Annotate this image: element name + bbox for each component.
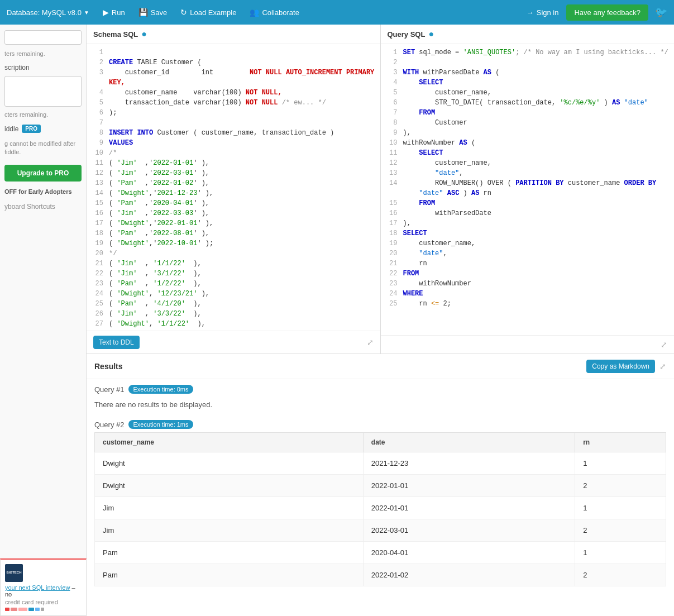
table-cell: 1 [575, 542, 666, 564]
feedback-button[interactable]: Have any feedback? [566, 4, 648, 21]
ad-bar-2 [11, 608, 17, 611]
line-content: ( 'Dwight','2021-12-23' ), [109, 188, 213, 198]
line-number: 12 [385, 158, 398, 168]
line-number: 21 [91, 259, 103, 269]
table-cell: 2 [575, 564, 666, 586]
line-number: 18 [91, 228, 103, 238]
code-line: 16( 'Jim' ,'2022-03-03' ), [87, 208, 380, 218]
description-input[interactable] [4, 76, 82, 107]
line-number: 16 [91, 208, 103, 218]
table-header: rn [575, 433, 666, 452]
code-line: 6); [87, 108, 380, 118]
code-line: 9), [381, 128, 675, 138]
code-line: 14 ROW_NUMBER() OVER ( PARTITION BY cust… [381, 178, 675, 188]
line-content: ( 'Dwight', '12/23/21' ), [109, 289, 209, 299]
upgrade-button[interactable]: Upgrade to PRO [4, 165, 82, 182]
keyboard-shortcuts-link[interactable]: yboard Shortcuts [4, 203, 82, 211]
code-line: 23( 'Pam' , '1/2/22' ), [87, 279, 380, 289]
line-number: 1 [91, 47, 103, 58]
code-line: 20*/ [87, 249, 380, 259]
table-cell: Jim [95, 519, 364, 542]
query-dot: ● [428, 29, 434, 39]
results-expand-icon[interactable]: ⤢ [659, 362, 666, 371]
code-line: 3WITH withParsedDate AS ( [381, 68, 675, 78]
query2-block: Query #2 Execution time: 1ms customer_na… [87, 414, 674, 586]
code-line: 14( 'Dwight','2021-12-23' ), [87, 188, 380, 198]
ad-link[interactable]: your next SQL interview [5, 584, 70, 591]
ad-text[interactable]: your next SQL interview – no [5, 584, 82, 598]
code-line: 1 [87, 47, 380, 58]
text-to-ddl-button[interactable]: Text to DDL [93, 336, 140, 349]
line-number: 7 [385, 108, 398, 118]
schema-footer: Text to DDL ⤢ [87, 331, 380, 354]
load-example-button[interactable]: ↻ Load Example [175, 4, 242, 20]
line-number: 9 [385, 128, 398, 138]
schema-panel: Schema SQL ● 12CREATE TABLE Customer (3 … [87, 25, 381, 354]
table-cell: 2022-03-01 [363, 519, 575, 542]
code-line: 27( 'Dwight', '1/1/22' ), [87, 319, 380, 329]
query-editor[interactable]: 1SET sql_mode = 'ANSI_QUOTES'; /* No way… [381, 44, 675, 335]
code-line: 10withRowNumber AS ( [381, 138, 675, 148]
results-header: Results Copy as Markdown ⤢ [87, 354, 674, 379]
line-content: rn [403, 259, 427, 269]
save-button[interactable]: 💾 Save [133, 4, 173, 20]
line-content: ), [403, 218, 411, 228]
line-content: Customer [403, 118, 467, 128]
collaborate-button[interactable]: 👥 Collaborate [244, 4, 305, 20]
code-line: 23 withRowNumber [381, 279, 675, 289]
code-line: 18( 'Pam' ,'2022-08-01' ), [87, 228, 380, 238]
load-icon: ↻ [180, 8, 187, 17]
run-button[interactable]: ▶ Run [97, 4, 131, 20]
query1-label: Query #1 Execution time: 0ms [94, 385, 666, 394]
results-header-right: Copy as Markdown ⤢ [586, 360, 666, 373]
line-number: 16 [385, 208, 398, 218]
table-cell: 2022-01-01 [363, 497, 575, 519]
ad-logo-row: BIGTECH [5, 564, 82, 582]
line-content: customer_name varchar(100) NOT NULL, [109, 88, 282, 98]
line-content: INSERT INTO Customer ( customer_name, tr… [109, 128, 334, 138]
sign-in-button[interactable]: → Sign in [521, 5, 565, 20]
line-content: withRowNumber AS ( [403, 138, 476, 148]
line-content: "date" ASC ) AS rn [403, 188, 491, 198]
line-content: WITH withParsedDate AS ( [403, 68, 500, 78]
title-input[interactable] [4, 30, 82, 45]
table-cell: 1 [575, 452, 666, 475]
line-number: 8 [385, 118, 398, 128]
fiddle-row: iddle PRO [4, 125, 82, 133]
code-line: 22( 'Jim' , '3/1/22' ), [87, 269, 380, 279]
code-line: 12 customer_name, [381, 158, 675, 168]
table-cell: Pam [95, 542, 364, 564]
ad-bar-3 [18, 608, 27, 611]
line-number: 9 [91, 138, 103, 148]
pro-badge: PRO [22, 125, 41, 133]
line-number: 8 [91, 128, 103, 138]
code-line: 26( 'Jim' , '3/3/22' ), [87, 309, 380, 319]
line-content: ( 'Pam' , '4/1/20' ), [109, 299, 202, 309]
line-number: 2 [91, 58, 103, 68]
line-number: 3 [385, 68, 398, 78]
code-line: 15 FROM [381, 198, 675, 208]
code-line: 17), [381, 218, 675, 228]
line-content: ( 'Dwight', '1/1/22' ), [109, 319, 205, 329]
sign-in-icon: → [527, 8, 534, 17]
line-number [385, 188, 398, 198]
chevron-down-icon: ▼ [84, 9, 89, 16]
db-selector[interactable]: Database: MySQL v8.0 ▼ [7, 8, 89, 17]
line-number: 18 [385, 228, 398, 238]
line-content: /* [109, 148, 117, 158]
query-expand-icon[interactable]: ⤢ [661, 340, 667, 349]
line-content: STR_TO_DATE( transaction_date, '%c/%e/%y… [403, 98, 648, 108]
code-line: 24( 'Dwight', '12/23/21' ), [87, 289, 380, 299]
table-cell: Dwight [95, 475, 364, 497]
query-panel: Query SQL ● 1SET sql_mode = 'ANSI_QUOTES… [381, 25, 675, 354]
table-cell: Dwight [95, 452, 364, 475]
ad-bar-6 [41, 608, 44, 611]
schema-editor[interactable]: 12CREATE TABLE Customer (3 customer_id i… [87, 44, 380, 331]
line-content: ( 'Pam' ,'2022-08-01' ), [109, 228, 209, 238]
copy-markdown-button[interactable]: Copy as Markdown [586, 360, 655, 373]
line-content: SELECT [403, 148, 443, 158]
table-cell: 2022-01-02 [363, 564, 575, 586]
schema-expand-icon[interactable]: ⤢ [367, 338, 374, 347]
line-content: ( 'Dwight','2022-01-01' ), [109, 218, 213, 228]
schema-dot: ● [141, 29, 147, 39]
